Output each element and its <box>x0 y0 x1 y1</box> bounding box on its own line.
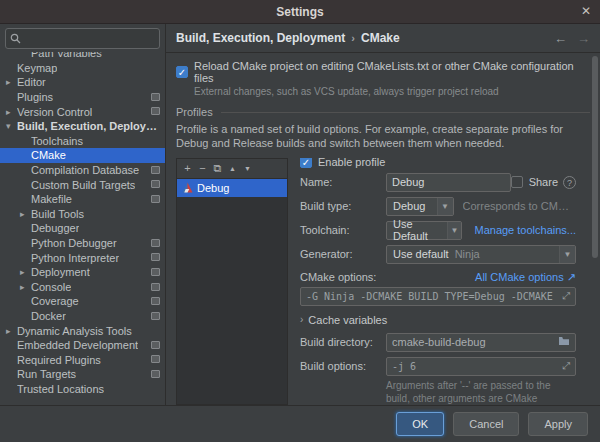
build-options-value: -j 6 <box>392 361 416 372</box>
chevron-down-icon[interactable]: ▼ <box>447 222 462 239</box>
forward-arrow-icon[interactable]: → <box>577 31 590 46</box>
sidebar-item-makefile[interactable]: Makefile <box>0 192 165 207</box>
sidebar-item-label: Plugins <box>17 91 53 103</box>
chevron-right-icon[interactable]: ▸ <box>20 282 31 292</box>
sidebar-item-cmake[interactable]: CMake <box>0 148 165 163</box>
sidebar-item-label: Coverage <box>31 295 79 307</box>
chevron-right-icon[interactable]: ▸ <box>6 326 17 336</box>
settings-page-badge-icon <box>151 166 160 174</box>
sidebar-item-custom-build-targets[interactable]: Custom Build Targets <box>0 177 165 192</box>
chevron-right-icon[interactable]: ▸ <box>20 267 31 277</box>
move-up-icon[interactable]: ▲ <box>225 165 240 172</box>
sidebar-item-required-plugins[interactable]: Required Plugins <box>0 352 165 367</box>
remove-icon[interactable]: − <box>195 162 210 174</box>
breadcrumb-parent[interactable]: Build, Execution, Deployment <box>176 31 345 45</box>
copy-icon[interactable]: ⧉ <box>210 162 225 175</box>
toolchain-combo[interactable]: Use Default ▼ <box>386 221 462 240</box>
sidebar-item-coverage[interactable]: Coverage <box>0 294 165 309</box>
all-cmake-options-link[interactable]: All CMake options ↗ <box>475 271 576 284</box>
chevron-down-icon[interactable]: ▾ <box>6 121 17 131</box>
sidebar-item-plugins[interactable]: Plugins <box>0 90 165 105</box>
cache-variables-collapser[interactable]: › Cache variables <box>300 314 576 326</box>
sidebar-item-trusted-locations[interactable]: Trusted Locations <box>0 382 165 397</box>
sidebar-item-build-execution-deployment[interactable]: ▾Build, Execution, Deployment <box>0 119 165 134</box>
chevron-right-icon[interactable]: › <box>300 314 303 325</box>
sidebar-item-deployment[interactable]: ▸Deployment <box>0 265 165 280</box>
sidebar-item-dynamic-analysis-tools[interactable]: ▸Dynamic Analysis Tools <box>0 323 165 338</box>
dialog-footer: OK Cancel Apply <box>0 405 600 442</box>
chevron-down-icon[interactable]: ▼ <box>559 246 575 263</box>
sidebar-item-version-control[interactable]: ▸Version Control <box>0 104 165 119</box>
search-input[interactable] <box>24 33 155 45</box>
share-checkbox[interactable]: Share <box>511 176 558 188</box>
sidebar-item-console[interactable]: ▸Console <box>0 280 165 295</box>
enable-profile-checkbox[interactable]: ✓ Enable profile <box>300 158 576 168</box>
sidebar-item-label: Makefile <box>31 193 72 205</box>
sidebar-item-run-targets[interactable]: Run Targets <box>0 367 165 382</box>
checkbox-checked-icon[interactable]: ✓ <box>176 66 188 78</box>
chevron-right-icon[interactable]: ▸ <box>6 107 17 117</box>
cmake-options-field[interactable]: -G Ninja -DCMAKE_BUILD_TYPE=Debug -DCMAK… <box>300 287 576 306</box>
expand-field-icon[interactable]: ⤢ <box>557 360 570 372</box>
vertical-scrollbar[interactable] <box>591 54 599 403</box>
sidebar-item-editor[interactable]: ▸Editor <box>0 75 165 90</box>
sidebar-item-label: Debugger <box>31 222 79 234</box>
add-icon[interactable]: + <box>180 162 195 174</box>
generator-label: Generator: <box>300 248 386 260</box>
expand-field-icon[interactable]: ⤢ <box>557 290 570 302</box>
help-icon[interactable]: ? <box>563 176 576 189</box>
sidebar-item-embedded-development[interactable]: Embedded Development <box>0 338 165 353</box>
profile-name: Debug <box>197 182 229 194</box>
back-arrow-icon[interactable]: ← <box>554 31 567 46</box>
sidebar-item-docker[interactable]: Docker <box>0 309 165 324</box>
sidebar-item-keymap[interactable]: Keymap <box>0 61 165 76</box>
sidebar-item-python-debugger[interactable]: Python Debugger <box>0 236 165 251</box>
cache-variables-label: Cache variables <box>308 314 387 326</box>
settings-page-badge-icon <box>151 370 160 378</box>
sidebar-item-label: Path Variables <box>31 52 102 59</box>
sidebar-item-build-tools[interactable]: ▸Build Tools <box>0 207 165 222</box>
sidebar-item-label: Dynamic Analysis Tools <box>17 325 132 337</box>
profiles-section-header: Profiles <box>176 106 590 118</box>
close-icon[interactable]: ✕ <box>581 4 591 18</box>
ok-button[interactable]: OK <box>396 412 444 436</box>
folder-icon[interactable] <box>553 336 570 348</box>
chevron-right-icon[interactable]: ▸ <box>20 209 31 219</box>
chevron-right-icon[interactable]: ▸ <box>6 77 17 87</box>
settings-tree: Path VariablesKeymap▸EditorPlugins▸Versi… <box>0 52 165 405</box>
sidebar-item-label: Editor <box>17 76 46 88</box>
enable-profile-label: Enable profile <box>318 158 385 168</box>
generator-combo[interactable]: Use default Ninja ▼ <box>386 245 576 264</box>
chevron-down-icon[interactable]: ▼ <box>437 198 453 215</box>
settings-search[interactable] <box>5 28 160 49</box>
sidebar-item-debugger[interactable]: Debugger <box>0 221 165 236</box>
move-down-icon[interactable]: ▼ <box>240 165 255 172</box>
scrollbar-thumb[interactable] <box>592 56 598 258</box>
settings-page-badge-icon <box>151 355 160 363</box>
cancel-button[interactable]: Cancel <box>453 412 519 436</box>
sidebar-item-label: CMake <box>31 149 66 161</box>
sidebar-item-python-interpreter[interactable]: Python Interpreter <box>0 250 165 265</box>
sidebar-item-label: Python Debugger <box>31 237 117 249</box>
settings-page-badge-icon <box>151 107 160 115</box>
reload-cmake-checkbox[interactable]: ✓ Reload CMake project on editing CMakeL… <box>176 60 590 84</box>
manage-toolchains-link[interactable]: Manage toolchains... <box>474 224 576 236</box>
sidebar-item-label: Trusted Locations <box>17 383 104 395</box>
profiles-list-panel: +−⧉▲▼ Debug <box>176 158 288 406</box>
sidebar-item-path-variables[interactable]: Path Variables <box>0 52 165 61</box>
sidebar-item-label: Build Tools <box>31 208 84 220</box>
sidebar-item-compilation-database[interactable]: Compilation Database <box>0 163 165 178</box>
profile-item-debug[interactable]: Debug <box>177 179 287 197</box>
sidebar-item-toolchains[interactable]: Toolchains <box>0 134 165 149</box>
checkbox-checked-icon[interactable]: ✓ <box>300 158 312 168</box>
checkbox-unchecked-icon[interactable] <box>511 176 523 188</box>
name-field[interactable]: Debug <box>386 173 511 192</box>
build-type-label: Build type: <box>300 200 386 212</box>
build-options-field[interactable]: -j 6 ⤢ <box>386 357 576 376</box>
name-label: Name: <box>300 176 386 188</box>
build-directory-field[interactable]: cmake-build-debug <box>386 333 576 352</box>
apply-button[interactable]: Apply <box>528 412 588 436</box>
build-type-combo[interactable]: Debug ▼ <box>386 197 454 216</box>
settings-main: Build, Execution, Deployment › CMake ← →… <box>166 24 600 405</box>
settings-sidebar: Path VariablesKeymap▸EditorPlugins▸Versi… <box>0 24 166 405</box>
